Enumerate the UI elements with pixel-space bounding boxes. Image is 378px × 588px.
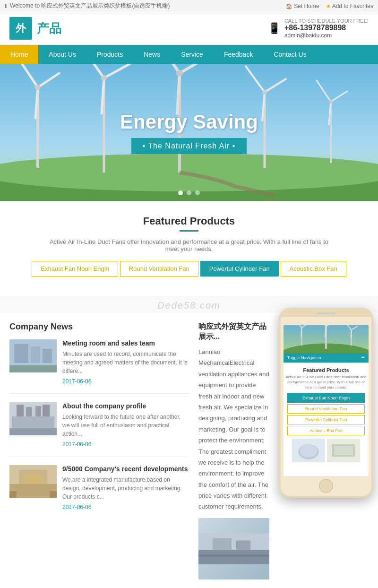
news-item-3-title: 9/5000 Company's recent developments bbox=[62, 465, 189, 473]
main-nav: Home About Us Products News Service Feed… bbox=[0, 45, 378, 64]
svg-rect-51 bbox=[213, 538, 232, 550]
svg-point-25 bbox=[262, 90, 267, 95]
svg-rect-46 bbox=[24, 475, 43, 484]
svg-rect-35 bbox=[9, 365, 57, 372]
svg-rect-32 bbox=[14, 344, 28, 363]
svg-rect-52 bbox=[236, 540, 250, 550]
phone-product-img-1 bbox=[292, 439, 325, 462]
nav-feedback[interactable]: Feedback bbox=[214, 45, 263, 64]
add-favorites-link[interactable]: Add to Favorites bbox=[326, 3, 373, 9]
hamburger-icon: ☰ bbox=[361, 355, 365, 360]
info-icon: ℹ bbox=[5, 3, 7, 9]
phone-featured-content: Featured Products Active Air In-Line Duc… bbox=[284, 363, 369, 466]
section-underline bbox=[180, 230, 198, 232]
hero-banner: Energy Saving • The Natural Fresh Air • bbox=[0, 64, 378, 201]
hero-dot-1[interactable] bbox=[178, 190, 183, 195]
news-text-1: Meeting room and sales team Minutes are … bbox=[62, 339, 189, 385]
logo-box: 外 bbox=[9, 17, 32, 40]
phone-products-row bbox=[285, 437, 367, 464]
phone-product-img-2 bbox=[327, 439, 360, 462]
article-text: Lanniao MechanicalElectrical ventilation… bbox=[198, 346, 269, 512]
svg-point-15 bbox=[101, 75, 107, 81]
phone-tab-1: Exhaust Fan Noun Engin bbox=[287, 393, 365, 403]
phone-featured-title: Featured Products bbox=[285, 367, 367, 373]
phone-notch bbox=[281, 310, 371, 317]
svg-point-70 bbox=[300, 445, 317, 457]
news-item-2: About the company profile Looking forwar… bbox=[9, 402, 189, 457]
svg-rect-47 bbox=[9, 491, 17, 498]
nav-news[interactable]: News bbox=[133, 45, 171, 64]
phone-nav-bar: Toggle Navigation ☰ bbox=[284, 353, 369, 363]
phone-icon: 📱 bbox=[268, 22, 281, 35]
phone-nav-label: Toggle Navigation bbox=[287, 355, 321, 360]
phone-home-button bbox=[319, 479, 333, 493]
news-item-3: 9/5000 Company's recent developments We … bbox=[9, 465, 189, 519]
nav-about[interactable]: About Us bbox=[38, 45, 86, 64]
logo-text: 产品 bbox=[37, 20, 61, 37]
news-item-1: Meeting room and sales team Minutes are … bbox=[9, 339, 189, 394]
news-section: Company News Meeting room and sales team… bbox=[9, 322, 198, 579]
nav-home[interactable]: Home bbox=[0, 45, 38, 64]
featured-section: Featured Products Active Air In-Line Duc… bbox=[0, 201, 378, 295]
news-item-1-desc: Minutes are used to record, communicate … bbox=[62, 350, 189, 375]
topbar: ℹ Welcome to 响应式外贸英文产品展示类织梦模板(自适应手机端) Se… bbox=[0, 0, 378, 12]
nav-products[interactable]: Products bbox=[86, 45, 133, 64]
svg-rect-42 bbox=[9, 428, 57, 435]
hero-dot-2[interactable] bbox=[187, 190, 191, 195]
news-item-2-desc: Looking forward to the future one after … bbox=[62, 413, 189, 438]
right-side: 响应式外贸英文产品展示... Lanniao MechanicalElectri… bbox=[198, 322, 369, 579]
news-item-3-desc: We are a integrated manufacture.based on… bbox=[62, 476, 189, 501]
set-home-link[interactable]: Set Home bbox=[286, 3, 319, 9]
nav-service[interactable]: Service bbox=[171, 45, 214, 64]
hero-dots bbox=[178, 190, 200, 195]
tab-round[interactable]: Round Ventilation Fan bbox=[120, 261, 198, 277]
topbar-message: ℹ Welcome to 响应式外贸英文产品展示类织梦模板(自适应手机端) bbox=[5, 2, 170, 10]
featured-title: Featured Products bbox=[9, 215, 369, 227]
phone-screen: Toggle Navigation ☰ Featured Products Ac… bbox=[284, 325, 369, 476]
svg-point-10 bbox=[35, 85, 41, 90]
svg-rect-73 bbox=[334, 446, 353, 455]
phone-tab-4: Acoustic Box Fan bbox=[287, 426, 365, 435]
tab-powerful[interactable]: Powerful Cylinder Fan bbox=[200, 261, 279, 277]
svg-point-30 bbox=[329, 100, 333, 104]
svg-rect-48 bbox=[50, 491, 57, 498]
svg-rect-34 bbox=[43, 349, 52, 363]
email-address: admin@baidu.com bbox=[284, 32, 369, 39]
house-icon bbox=[286, 3, 292, 9]
phone-speaker bbox=[317, 312, 335, 314]
svg-rect-39 bbox=[26, 407, 32, 416]
svg-rect-38 bbox=[17, 405, 24, 416]
header: 外 产品 📱 CALL TO SCHEDULE YOUR FREE! +86-1… bbox=[0, 12, 378, 45]
svg-rect-53 bbox=[198, 554, 269, 556]
star-icon bbox=[326, 3, 331, 9]
news-image-3 bbox=[9, 465, 57, 498]
hero-subtitle: • The Natural Fresh Air • bbox=[131, 138, 247, 154]
news-image-2 bbox=[9, 402, 57, 435]
article-title: 响应式外贸英文产品展示... bbox=[198, 322, 269, 342]
tab-acoustic[interactable]: Acoustic Box Fan bbox=[281, 261, 346, 277]
tab-exhaust[interactable]: Exhaust Fan Noun Engin bbox=[32, 261, 118, 277]
featured-description: Active Air In-Line Duct Fans offer innov… bbox=[47, 238, 331, 252]
phone-featured-desc: Active Air In-Line Duct Fans offer innov… bbox=[285, 374, 367, 390]
news-text-2: About the company profile Looking forwar… bbox=[62, 402, 189, 448]
svg-rect-37 bbox=[12, 416, 54, 428]
hero-content: Energy Saving • The Natural Fresh Air • bbox=[120, 111, 258, 154]
svg-rect-41 bbox=[43, 405, 50, 416]
news-title: Company News bbox=[9, 322, 189, 332]
hero-dot-3[interactable] bbox=[195, 190, 200, 195]
hero-title: Energy Saving bbox=[120, 111, 258, 133]
topbar-actions: Set Home Add to Favorites bbox=[286, 3, 373, 9]
news-image-1 bbox=[9, 339, 57, 372]
phone-mockup: Toggle Navigation ☰ Featured Products Ac… bbox=[279, 308, 373, 498]
nav-contact[interactable]: Contact Us bbox=[263, 45, 317, 64]
logo-area: 外 产品 bbox=[9, 17, 61, 40]
svg-point-20 bbox=[176, 70, 183, 77]
svg-rect-40 bbox=[35, 406, 41, 416]
svg-line-59 bbox=[301, 328, 301, 337]
news-item-2-title: About the company profile bbox=[62, 402, 189, 410]
svg-line-67 bbox=[351, 330, 352, 337]
news-item-1-title: Meeting room and sales team bbox=[62, 339, 189, 347]
product-tabs: Exhaust Fan Noun Engin Round Ventilation… bbox=[9, 261, 369, 277]
news-text-3: 9/5000 Company's recent developments We … bbox=[62, 465, 189, 510]
phone-slider bbox=[284, 325, 369, 353]
